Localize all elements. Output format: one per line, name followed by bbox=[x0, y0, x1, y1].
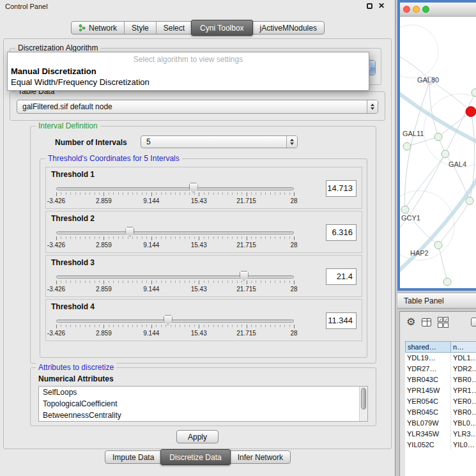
threshold-1-value-field[interactable]: 14.713 bbox=[326, 180, 357, 197]
slider-scale-label: 21.715 bbox=[236, 242, 256, 249]
tab-jactivemnodules[interactable]: jActiveMNodules bbox=[252, 22, 324, 34]
table-cell: YPR1… bbox=[451, 385, 476, 396]
table-cell: YIL0… bbox=[451, 440, 476, 450]
list-item-betweennesscentrality[interactable]: BetweennessCentrality bbox=[39, 410, 367, 421]
threshold-4-value-field[interactable]: 11.344 bbox=[326, 312, 357, 329]
table-cell: YER0… bbox=[451, 396, 476, 407]
tab-impute-data[interactable]: Impute Data bbox=[105, 451, 161, 463]
control-panel-titlebar: Control Panel ✕ bbox=[0, 0, 395, 13]
mac-close-button[interactable] bbox=[403, 6, 410, 13]
table-row[interactable]: YBR045CYBR0… bbox=[405, 407, 476, 418]
network-node[interactable] bbox=[472, 89, 476, 96]
slider-tick bbox=[151, 325, 152, 328]
scrollbar-thumb[interactable] bbox=[361, 388, 366, 410]
network-node[interactable] bbox=[401, 206, 409, 213]
slider-scale-label: 28 bbox=[290, 242, 297, 249]
tab-style[interactable]: Style bbox=[124, 22, 156, 34]
dropdown-placeholder-option[interactable]: Select algorithm to view settings bbox=[8, 52, 369, 66]
table-cell: YDR27… bbox=[405, 364, 451, 374]
table-row[interactable]: YBR043CYBR0… bbox=[405, 374, 476, 385]
mac-zoom-button[interactable] bbox=[422, 6, 429, 13]
table-row[interactable]: YPR145WYPR1… bbox=[405, 385, 476, 396]
threshold-1-slider-thumb[interactable] bbox=[189, 183, 198, 193]
table-row[interactable]: YDL19…YDL1… bbox=[405, 353, 476, 364]
tab-infer-network[interactable]: Infer Network bbox=[230, 451, 290, 463]
slider-scale-label: -3.426 bbox=[47, 286, 65, 293]
table-row[interactable]: YLR345WYLR3… bbox=[405, 429, 476, 440]
threshold-4-slider[interactable]: -3.426 2.859 9.144 15.43 21.715 28 bbox=[56, 315, 294, 339]
table-cell: YLR3… bbox=[451, 429, 476, 440]
network-node[interactable] bbox=[443, 278, 451, 286]
table-cell: YIL052C bbox=[405, 440, 451, 450]
attributes-to-discretize-group: Attributes to discretize Numerical Attri… bbox=[30, 367, 376, 426]
network-node[interactable] bbox=[434, 133, 442, 141]
table-cell: YPR145W bbox=[405, 385, 451, 396]
threshold-2-slider[interactable]: -3.426 2.859 9.144 15.43 21.715 28 bbox=[56, 227, 294, 251]
dropdown-option-equal-width-frequency[interactable]: Equal Width/Frequency Discretization bbox=[8, 77, 369, 88]
tab-discretize-data[interactable]: Discretize Data bbox=[160, 449, 230, 465]
table-data-combobox[interactable]: galFiltered.sif default node bbox=[17, 100, 378, 114]
network-canvas[interactable]: GAL80 GAL11 GAL4 GCY1 HAP2 bbox=[400, 17, 476, 288]
network-node[interactable] bbox=[441, 150, 449, 158]
column-layout-icon[interactable] bbox=[422, 318, 431, 326]
gear-icon[interactable]: ⚙ bbox=[406, 317, 415, 327]
discretization-algorithm-group-label: Discretization Algorithm bbox=[15, 43, 100, 52]
mac-minimize-button[interactable] bbox=[413, 6, 420, 13]
slider-track[interactable] bbox=[56, 187, 294, 190]
tab-network[interactable]: Network bbox=[72, 22, 124, 34]
network-node-selected[interactable] bbox=[466, 107, 476, 117]
table-row[interactable]: YDR27…YDR2… bbox=[405, 364, 476, 374]
threshold-1-slider[interactable]: -3.426 2.859 9.144 15.43 21.715 28 bbox=[56, 183, 294, 207]
threshold-3-value-field[interactable]: 21.4 bbox=[326, 268, 357, 285]
interval-definition-group: Interval Definition Number of Intervals … bbox=[30, 126, 376, 364]
threshold-2-slider-thumb[interactable] bbox=[125, 227, 134, 237]
slider-scale-label: 2.859 bbox=[96, 242, 112, 249]
column-header-name[interactable]: n… bbox=[451, 341, 476, 353]
slider-tick bbox=[294, 280, 295, 284]
list-item-topologicalcoefficient[interactable]: TopologicalCoefficient bbox=[39, 398, 367, 410]
table-row[interactable]: YIL052CYIL0… bbox=[405, 440, 476, 450]
slider-tick bbox=[104, 325, 104, 328]
slider-track[interactable] bbox=[56, 319, 294, 323]
list-scrollbar[interactable] bbox=[359, 387, 367, 421]
slider-track[interactable] bbox=[56, 231, 294, 234]
slider-tick bbox=[56, 236, 57, 240]
tab-select[interactable]: Select bbox=[156, 22, 192, 34]
table-toolbar: ⚙ ✓ ✓ bbox=[400, 312, 476, 332]
slider-scale-label: 9.144 bbox=[143, 242, 159, 249]
slider-tick bbox=[104, 192, 104, 196]
threshold-coordinates-group: Threshold's Coordinates for 5 Intervals … bbox=[40, 158, 367, 358]
float-window-icon[interactable] bbox=[367, 3, 372, 9]
slider-minor-ticks bbox=[56, 280, 294, 283]
threshold-3-slider[interactable]: -3.426 2.859 9.144 15.43 21.715 28 bbox=[56, 271, 294, 295]
close-window-icon[interactable]: ✕ bbox=[378, 3, 385, 9]
dropdown-option-manual-discretization[interactable]: Manual Discretization bbox=[8, 66, 369, 77]
table-panel-title: Table Panel bbox=[404, 296, 444, 305]
tab-cyni-toolbox[interactable]: Cyni Toolbox bbox=[191, 20, 252, 36]
list-item-selfloops[interactable]: SelfLoops bbox=[39, 387, 367, 398]
node-label-gcy1: GCY1 bbox=[401, 214, 420, 222]
network-node[interactable] bbox=[403, 142, 411, 150]
toolbar-button-partial[interactable] bbox=[471, 318, 476, 326]
column-header-shared-name[interactable]: shared… bbox=[405, 341, 451, 353]
slider-scale-label: 21.715 bbox=[236, 330, 256, 337]
slider-minor-ticks bbox=[56, 236, 294, 239]
threshold-2-value-field[interactable]: 6.316 bbox=[326, 224, 357, 241]
table-cell: YBL079W bbox=[405, 418, 451, 429]
table-row[interactable]: YBL079WYBL0… bbox=[405, 418, 476, 429]
slider-tick bbox=[294, 236, 295, 240]
slider-track[interactable] bbox=[56, 275, 294, 279]
threshold-3-slider-thumb[interactable] bbox=[240, 271, 249, 281]
threshold-4-slider-thumb[interactable] bbox=[164, 315, 173, 325]
tab-infer-network-label: Infer Network bbox=[238, 453, 283, 462]
table-row[interactable]: YER054CYER0… bbox=[405, 396, 476, 407]
control-panel-window: Control Panel ✕ Network Style Select Cyn… bbox=[0, 0, 395, 476]
apply-button[interactable]: Apply bbox=[176, 430, 219, 443]
network-node[interactable] bbox=[466, 197, 473, 204]
number-of-intervals-combobox[interactable]: 5 bbox=[141, 135, 298, 148]
slider-tick bbox=[247, 280, 247, 284]
network-node[interactable] bbox=[434, 242, 442, 249]
slider-scale-label: 2.859 bbox=[96, 330, 112, 337]
select-columns-icon[interactable]: ✓ ✓ bbox=[438, 317, 449, 328]
tab-jactivemnodules-label: jActiveMNodules bbox=[260, 24, 317, 33]
